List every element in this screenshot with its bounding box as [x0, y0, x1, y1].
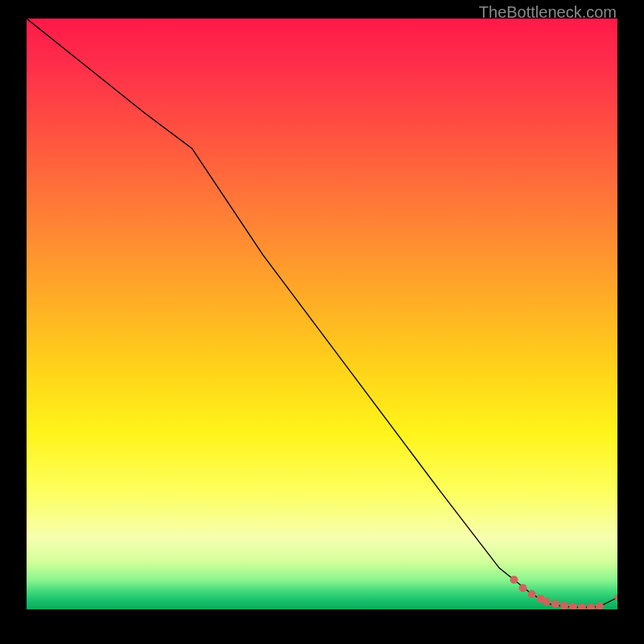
highlighted-range — [510, 576, 617, 609]
curve-line — [27, 19, 617, 608]
scatter-point — [587, 603, 595, 609]
bottleneck-curve — [27, 19, 617, 608]
scatter-point — [519, 584, 527, 592]
watermark-text: TheBottleneck.com — [479, 3, 617, 22]
scatter-point — [560, 602, 568, 609]
plot-area — [27, 19, 617, 609]
scatter-point — [578, 603, 586, 609]
curve-layer — [27, 19, 617, 609]
scatter-point — [615, 595, 618, 601]
scatter-point — [551, 600, 559, 608]
scatter-point — [569, 603, 577, 609]
chart-frame: TheBottleneck.com — [0, 0, 644, 644]
scatter-point — [528, 590, 536, 598]
scatter-point — [510, 576, 518, 584]
scatter-point — [543, 597, 551, 605]
scatter-point — [596, 602, 604, 609]
